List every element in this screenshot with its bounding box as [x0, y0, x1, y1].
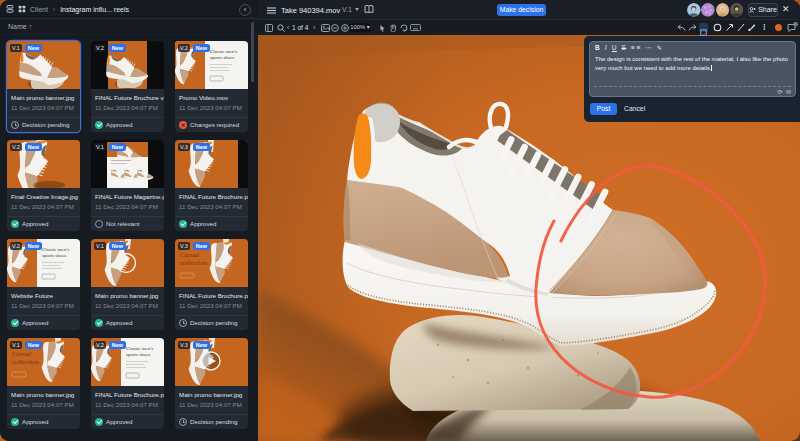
- svg-text:Casual: Casual: [180, 251, 199, 258]
- svg-text:Classic men's: Classic men's: [210, 49, 237, 54]
- svg-text:sports shoes: sports shoes: [126, 352, 150, 357]
- svg-text:Casual: Casual: [12, 350, 31, 357]
- svg-text:collection: collection: [180, 259, 207, 266]
- svg-text:sports shoes: sports shoes: [210, 55, 234, 60]
- svg-text:Classic men's: Classic men's: [42, 247, 69, 252]
- svg-text:collection: collection: [12, 358, 39, 365]
- svg-text:sports shoes: sports shoes: [42, 253, 66, 258]
- svg-text:Classic men's: Classic men's: [126, 346, 153, 351]
